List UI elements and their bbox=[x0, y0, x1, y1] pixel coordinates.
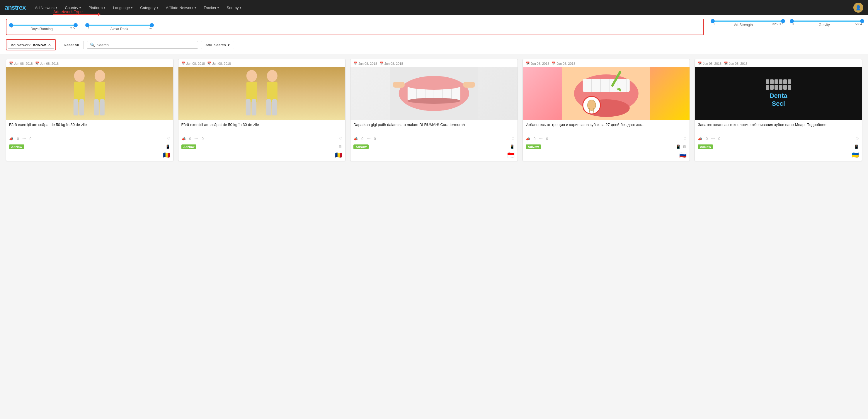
svg-rect-7 bbox=[100, 99, 104, 116]
card-image[interactable] bbox=[179, 67, 345, 120]
alexa-rank-thumb-left[interactable] bbox=[85, 23, 89, 27]
gravity-thumb-right[interactable] bbox=[860, 19, 864, 23]
search-input[interactable] bbox=[97, 43, 195, 47]
card-image[interactable]: DentaSeci bbox=[695, 67, 862, 120]
card-image[interactable] bbox=[523, 67, 690, 120]
device-icons: 📱 bbox=[165, 144, 170, 149]
days-running-thumb-right[interactable] bbox=[73, 23, 78, 27]
ad-strength-thumb-right[interactable] bbox=[781, 19, 785, 23]
nav-category[interactable]: Category ▾ bbox=[136, 4, 162, 12]
calendar-icon: 📅 bbox=[526, 62, 530, 65]
device-icons: 📱 bbox=[854, 144, 859, 149]
mobile-icon: 📱 bbox=[676, 144, 681, 149]
gravity-fill bbox=[792, 21, 862, 22]
caret-down-icon: ▾ bbox=[228, 43, 230, 47]
denta-logo-text: DentaSeci bbox=[766, 92, 791, 107]
days-running-slider: 1 Days Running 277 bbox=[11, 23, 75, 31]
card-stats: 📣 0 〰 0 ♡ bbox=[350, 135, 518, 143]
heart-icon[interactable]: ♡ bbox=[856, 137, 859, 141]
filter-box-highlighted: Adnetwork Type 1 Days Running 277 bbox=[6, 19, 704, 35]
push-icon: 📣 bbox=[353, 137, 358, 141]
card-image[interactable] bbox=[350, 67, 518, 120]
ad-strength-labels: 0 Ad-Strength 325017 bbox=[713, 22, 783, 27]
calendar-icon: 📅 bbox=[353, 62, 358, 65]
ad-card: 📅 Jun 08, 2018 📅 Jun 08, 2018 bbox=[694, 59, 862, 161]
device-icons: 📱 🖥 bbox=[676, 144, 687, 149]
trend-icon: 〰 bbox=[711, 137, 715, 141]
nav-sort-by[interactable]: Sort by ▾ bbox=[223, 4, 245, 12]
card-bottom: 🇷🇴 bbox=[179, 152, 345, 161]
gravity-labels: 0 Gravity 5834 bbox=[792, 22, 862, 27]
days-running-labels: 1 Days Running 277 bbox=[11, 26, 75, 31]
card-stats: 📣 0 〰 0 ♡ bbox=[523, 135, 690, 143]
svg-point-4 bbox=[95, 70, 105, 82]
card-footer: AdNow 📱 bbox=[6, 143, 173, 152]
network-badge: AdNow bbox=[181, 144, 197, 149]
country-flag: 🇷🇴 bbox=[335, 152, 342, 159]
card-dates: 📅 Jun 08, 2018 📅 Jun 08, 2018 bbox=[695, 59, 862, 67]
search-row: Ad Network: AdNow × Reset All 🔍 Adv. Sea… bbox=[6, 39, 862, 51]
svg-point-24 bbox=[408, 83, 460, 90]
svg-point-40 bbox=[588, 100, 596, 110]
days-running-thumb-left[interactable] bbox=[9, 23, 13, 27]
caret-icon: ▾ bbox=[80, 6, 81, 9]
calendar-icon: 📅 bbox=[698, 62, 702, 65]
nav-items: Ad Network ▾ Country ▾ Platform ▾ Langua… bbox=[31, 4, 854, 12]
caret-icon: ▾ bbox=[240, 6, 241, 9]
adnetwork-type-annotation: Adnetwork Type bbox=[53, 9, 83, 14]
heart-icon[interactable]: ♡ bbox=[512, 137, 515, 141]
ad-strength-thumb-left[interactable] bbox=[711, 19, 715, 23]
brand-logo[interactable]: anstrex bbox=[5, 4, 26, 11]
card-footer: AdNow 📱 bbox=[695, 143, 862, 152]
svg-point-0 bbox=[74, 70, 85, 82]
calendar-icon: 📅 bbox=[9, 62, 13, 65]
card-bottom: 🇺🇦 bbox=[695, 152, 862, 161]
heart-icon[interactable]: ♡ bbox=[167, 137, 170, 141]
gravity-thumb-left[interactable] bbox=[790, 19, 794, 23]
remove-filter-button[interactable]: × bbox=[48, 42, 51, 47]
trend-icon: 〰 bbox=[539, 137, 542, 141]
card-bottom: 🇷🇴 bbox=[6, 152, 173, 161]
nav-tracker[interactable]: Tracker ▾ bbox=[200, 4, 223, 12]
reset-all-button[interactable]: Reset All bbox=[59, 41, 84, 49]
caret-icon: ▾ bbox=[157, 6, 158, 9]
country-flag: 🇺🇦 bbox=[851, 152, 859, 159]
card-dates: 📅 Jun 08, 2018 📅 Jun 08, 2018 bbox=[6, 59, 173, 67]
adv-search-button[interactable]: Adv. Search ▾ bbox=[201, 41, 234, 49]
days-running-track bbox=[11, 25, 75, 26]
calendar-icon: 📅 bbox=[207, 62, 211, 65]
desktop-icon: 🖥 bbox=[338, 144, 342, 149]
mobile-icon: 📱 bbox=[854, 144, 859, 149]
card-title: Избавьтесь от трещин и кариеса на зубах … bbox=[523, 120, 690, 135]
caret-icon: ▾ bbox=[131, 6, 132, 9]
card-stats: 📣 0 〰 0 ♡ bbox=[179, 135, 345, 143]
svg-rect-26 bbox=[393, 82, 405, 88]
card-dates: 📅 Jun 08, 2018 📅 Jun 08, 2018 bbox=[350, 59, 518, 67]
nav-language[interactable]: Language ▾ bbox=[109, 4, 136, 12]
alexa-rank-thumb-right[interactable] bbox=[150, 23, 154, 27]
user-avatar[interactable]: 👤 bbox=[854, 3, 863, 12]
trend-icon: 〰 bbox=[23, 137, 26, 141]
heart-icon[interactable]: ♡ bbox=[683, 137, 687, 141]
brand-name: anstrex bbox=[5, 4, 26, 11]
heart-icon[interactable]: ♡ bbox=[339, 137, 342, 141]
country-flag: 🇷🇴 bbox=[163, 152, 170, 159]
svg-rect-9 bbox=[246, 82, 257, 102]
nav-platform[interactable]: Platform ▾ bbox=[85, 4, 109, 12]
alexa-rank-track bbox=[87, 25, 152, 26]
alexa-rank-slider: 7 Alexa Rank ∞ bbox=[87, 23, 152, 31]
mobile-icon: 📱 bbox=[509, 144, 515, 149]
card-title: Fără exerciții am scăpat de 50 kg în 30 … bbox=[6, 120, 173, 135]
card-image[interactable] bbox=[6, 67, 173, 120]
svg-rect-5 bbox=[95, 82, 105, 102]
push-icon: 📣 bbox=[181, 137, 186, 141]
svg-rect-10 bbox=[246, 99, 250, 116]
svg-rect-14 bbox=[266, 99, 271, 116]
push-icon: 📣 bbox=[9, 137, 13, 141]
alexa-rank-fill bbox=[87, 25, 152, 26]
caret-icon: ▾ bbox=[104, 6, 105, 9]
gravity-slider: 0 Gravity 5834 bbox=[792, 19, 862, 27]
nav-affiliate-network[interactable]: Affiliate Network ▾ bbox=[162, 4, 199, 12]
svg-rect-11 bbox=[251, 99, 256, 116]
network-badge: AdNow bbox=[353, 144, 369, 149]
